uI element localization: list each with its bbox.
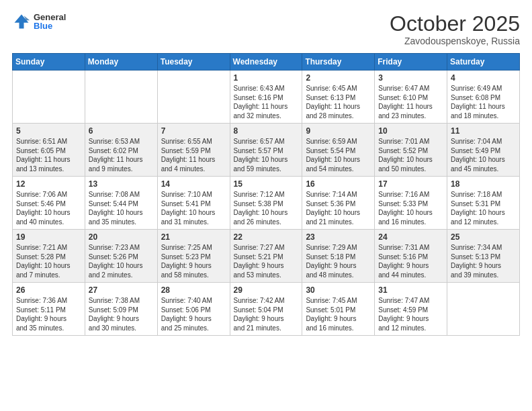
day-info: Sunrise: 7:36 AMSunset: 5:11 PMDaylight:… — [16, 296, 81, 332]
day-number: 30 — [306, 285, 371, 295]
weekday-header-wednesday: Wednesday — [230, 54, 302, 71]
day-info: Sunrise: 7:34 AMSunset: 5:13 PMDaylight:… — [451, 243, 516, 279]
day-cell: 4Sunrise: 6:49 AMSunset: 6:08 PMDaylight… — [447, 71, 520, 124]
weekday-header-saturday: Saturday — [447, 54, 520, 71]
day-info: Sunrise: 7:25 AMSunset: 5:23 PMDaylight:… — [161, 243, 226, 279]
day-number: 27 — [89, 285, 154, 295]
day-number: 5 — [16, 126, 81, 136]
day-number: 13 — [89, 179, 154, 189]
day-cell: 25Sunrise: 7:34 AMSunset: 5:13 PMDayligh… — [447, 230, 520, 283]
day-info: Sunrise: 6:59 AMSunset: 5:54 PMDaylight:… — [306, 137, 371, 173]
day-info: Sunrise: 7:14 AMSunset: 5:36 PMDaylight:… — [306, 190, 371, 226]
day-info: Sunrise: 6:53 AMSunset: 6:02 PMDaylight:… — [89, 137, 154, 173]
day-info: Sunrise: 7:40 AMSunset: 5:06 PMDaylight:… — [161, 296, 226, 332]
day-cell: 28Sunrise: 7:40 AMSunset: 5:06 PMDayligh… — [157, 283, 230, 336]
week-row-5: 26Sunrise: 7:36 AMSunset: 5:11 PMDayligh… — [13, 283, 520, 336]
day-info: Sunrise: 6:51 AMSunset: 6:05 PMDaylight:… — [16, 137, 81, 173]
weekday-header-thursday: Thursday — [302, 54, 375, 71]
day-cell — [13, 71, 85, 124]
day-number: 11 — [451, 126, 516, 136]
day-number: 6 — [89, 126, 154, 136]
day-number: 23 — [306, 232, 371, 242]
day-cell: 19Sunrise: 7:21 AMSunset: 5:28 PMDayligh… — [13, 230, 85, 283]
day-cell: 7Sunrise: 6:55 AMSunset: 5:59 PMDaylight… — [157, 124, 230, 177]
day-number: 25 — [451, 232, 516, 242]
day-number: 14 — [161, 179, 226, 189]
day-cell: 2Sunrise: 6:45 AMSunset: 6:13 PMDaylight… — [302, 71, 375, 124]
day-info: Sunrise: 6:43 AMSunset: 6:16 PMDaylight:… — [234, 84, 299, 120]
day-info: Sunrise: 7:38 AMSunset: 5:09 PMDaylight:… — [89, 296, 154, 332]
day-cell: 12Sunrise: 7:06 AMSunset: 5:46 PMDayligh… — [13, 177, 85, 230]
week-row-4: 19Sunrise: 7:21 AMSunset: 5:28 PMDayligh… — [13, 230, 520, 283]
day-info: Sunrise: 7:45 AMSunset: 5:01 PMDaylight:… — [306, 296, 371, 332]
day-number: 21 — [161, 232, 226, 242]
day-cell: 14Sunrise: 7:10 AMSunset: 5:41 PMDayligh… — [157, 177, 230, 230]
day-info: Sunrise: 7:29 AMSunset: 5:18 PMDaylight:… — [306, 243, 371, 279]
day-number: 15 — [234, 179, 299, 189]
day-number: 22 — [234, 232, 299, 242]
week-row-3: 12Sunrise: 7:06 AMSunset: 5:46 PMDayligh… — [13, 177, 520, 230]
day-cell: 11Sunrise: 7:04 AMSunset: 5:49 PMDayligh… — [447, 124, 520, 177]
day-info: Sunrise: 7:01 AMSunset: 5:52 PMDaylight:… — [378, 137, 443, 173]
day-cell: 8Sunrise: 6:57 AMSunset: 5:57 PMDaylight… — [230, 124, 302, 177]
day-info: Sunrise: 7:10 AMSunset: 5:41 PMDaylight:… — [161, 190, 226, 226]
day-cell: 1Sunrise: 6:43 AMSunset: 6:16 PMDaylight… — [230, 71, 302, 124]
day-cell — [85, 71, 157, 124]
day-cell: 31Sunrise: 7:47 AMSunset: 4:59 PMDayligh… — [375, 283, 447, 336]
day-info: Sunrise: 7:27 AMSunset: 5:21 PMDaylight:… — [234, 243, 299, 279]
day-info: Sunrise: 7:47 AMSunset: 4:59 PMDaylight:… — [378, 296, 443, 332]
day-number: 7 — [161, 126, 226, 136]
day-number: 29 — [234, 285, 299, 295]
day-cell: 22Sunrise: 7:27 AMSunset: 5:21 PMDayligh… — [230, 230, 302, 283]
week-row-1: 1Sunrise: 6:43 AMSunset: 6:16 PMDaylight… — [13, 71, 520, 124]
title-block: October 2025 Zavodouspenskoye, Russia — [390, 12, 520, 46]
day-cell: 30Sunrise: 7:45 AMSunset: 5:01 PMDayligh… — [302, 283, 375, 336]
day-number: 9 — [306, 126, 371, 136]
day-info: Sunrise: 7:21 AMSunset: 5:28 PMDaylight:… — [16, 243, 81, 279]
day-cell: 13Sunrise: 7:08 AMSunset: 5:44 PMDayligh… — [85, 177, 157, 230]
location: Zavodouspenskoye, Russia — [390, 36, 520, 46]
logo-icon — [12, 12, 31, 31]
day-info: Sunrise: 6:45 AMSunset: 6:13 PMDaylight:… — [306, 84, 371, 120]
day-cell: 24Sunrise: 7:31 AMSunset: 5:16 PMDayligh… — [375, 230, 447, 283]
day-cell: 3Sunrise: 6:47 AMSunset: 6:10 PMDaylight… — [375, 71, 447, 124]
day-number: 1 — [234, 73, 299, 83]
day-cell: 26Sunrise: 7:36 AMSunset: 5:11 PMDayligh… — [13, 283, 85, 336]
day-cell: 18Sunrise: 7:18 AMSunset: 5:31 PMDayligh… — [447, 177, 520, 230]
day-info: Sunrise: 7:04 AMSunset: 5:49 PMDaylight:… — [451, 137, 516, 173]
page: General Blue October 2025 Zavodouspensko… — [0, 0, 532, 411]
day-number: 26 — [16, 285, 81, 295]
logo-text: General Blue — [34, 13, 66, 30]
day-info: Sunrise: 7:16 AMSunset: 5:33 PMDaylight:… — [378, 190, 443, 226]
day-number: 12 — [16, 179, 81, 189]
day-cell: 29Sunrise: 7:42 AMSunset: 5:04 PMDayligh… — [230, 283, 302, 336]
day-info: Sunrise: 7:23 AMSunset: 5:26 PMDaylight:… — [89, 243, 154, 279]
day-number: 8 — [234, 126, 299, 136]
weekday-header-friday: Friday — [375, 54, 447, 71]
day-cell — [157, 71, 230, 124]
day-number: 28 — [161, 285, 226, 295]
day-cell: 6Sunrise: 6:53 AMSunset: 6:02 PMDaylight… — [85, 124, 157, 177]
day-info: Sunrise: 6:57 AMSunset: 5:57 PMDaylight:… — [234, 137, 299, 173]
weekday-header-monday: Monday — [85, 54, 157, 71]
day-cell: 10Sunrise: 7:01 AMSunset: 5:52 PMDayligh… — [375, 124, 447, 177]
day-number: 24 — [378, 232, 443, 242]
calendar-table: SundayMondayTuesdayWednesdayThursdayFrid… — [12, 53, 520, 336]
weekday-header-row: SundayMondayTuesdayWednesdayThursdayFrid… — [13, 54, 520, 71]
day-number: 3 — [378, 73, 443, 83]
week-row-2: 5Sunrise: 6:51 AMSunset: 6:05 PMDaylight… — [13, 124, 520, 177]
day-number: 18 — [451, 179, 516, 189]
day-number: 31 — [378, 285, 443, 295]
day-info: Sunrise: 6:55 AMSunset: 5:59 PMDaylight:… — [161, 137, 226, 173]
day-cell: 17Sunrise: 7:16 AMSunset: 5:33 PMDayligh… — [375, 177, 447, 230]
day-number: 2 — [306, 73, 371, 83]
day-cell: 16Sunrise: 7:14 AMSunset: 5:36 PMDayligh… — [302, 177, 375, 230]
logo-blue-text: Blue — [34, 21, 66, 30]
day-cell: 20Sunrise: 7:23 AMSunset: 5:26 PMDayligh… — [85, 230, 157, 283]
logo: General Blue — [12, 12, 66, 31]
month-title: October 2025 — [390, 12, 520, 36]
day-cell: 27Sunrise: 7:38 AMSunset: 5:09 PMDayligh… — [85, 283, 157, 336]
day-cell — [447, 283, 520, 336]
day-cell: 15Sunrise: 7:12 AMSunset: 5:38 PMDayligh… — [230, 177, 302, 230]
day-cell: 23Sunrise: 7:29 AMSunset: 5:18 PMDayligh… — [302, 230, 375, 283]
